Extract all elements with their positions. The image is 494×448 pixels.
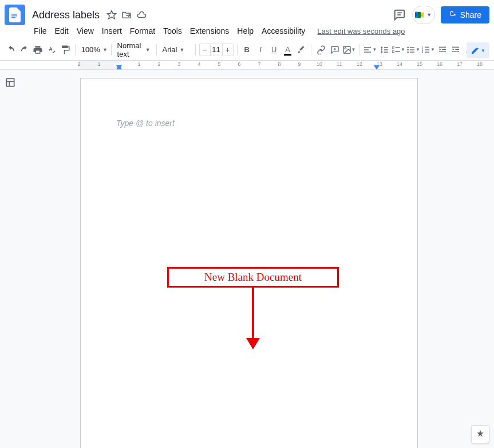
font-size-input[interactable]: 11 [210,44,223,56]
decrease-font-icon[interactable]: − [200,44,210,56]
annotation-arrow-head-icon [246,338,260,349]
meet-button[interactable]: ▼ [412,6,435,24]
editing-mode-button[interactable]: ▼ [467,42,489,58]
zoom-select[interactable]: 100%▼ [79,43,108,57]
undo-icon[interactable] [5,43,17,57]
annotation-label: New Blank Document [204,271,302,284]
checklist-icon[interactable]: ▼ [392,43,405,57]
menu-insert[interactable]: Insert [98,25,126,37]
svg-rect-32 [442,49,446,49]
annotation-callout: New Blank Document [167,267,339,288]
svg-rect-22 [410,49,414,50]
svg-rect-12 [364,47,371,48]
redo-icon[interactable] [18,43,31,57]
bulleted-list-icon[interactable]: ▼ [406,43,420,57]
paragraph-style-select[interactable]: Normal text▼ [115,43,153,57]
svg-rect-30 [425,52,429,52]
increase-indent-icon[interactable] [450,43,463,57]
svg-point-19 [407,46,409,48]
menu-tools[interactable]: Tools [159,25,186,37]
menu-extensions[interactable]: Extensions [186,25,233,37]
paint-format-icon[interactable] [59,43,72,57]
svg-rect-31 [439,46,446,47]
spellcheck-icon[interactable] [45,43,58,57]
menu-accessibility[interactable]: Accessibility [258,25,309,37]
svg-marker-3 [108,11,116,19]
menu-file[interactable]: File [30,25,51,37]
font-select[interactable]: Arial▼ [160,43,191,57]
svg-point-23 [407,51,409,53]
svg-rect-35 [456,49,460,49]
comment-history-icon[interactable] [393,8,406,22]
decrease-indent-icon[interactable] [436,43,449,57]
print-icon[interactable] [32,43,45,57]
svg-text:3: 3 [422,50,424,53]
image-icon[interactable]: ▼ [342,43,356,57]
star-icon[interactable] [106,10,117,20]
bold-icon[interactable]: B [240,43,253,57]
outline-sidebar [0,70,23,448]
italic-icon[interactable]: I [254,43,267,57]
svg-rect-2 [11,17,15,18]
svg-rect-16 [396,47,400,48]
svg-rect-18 [396,51,400,52]
share-label: Share [460,10,481,19]
svg-rect-37 [6,78,14,86]
svg-rect-17 [392,50,394,52]
docs-logo-icon[interactable] [5,5,25,25]
document-title[interactable]: Address labels [30,8,102,22]
svg-rect-33 [439,51,446,52]
menu-bar: File Edit View Insert Format Tools Exten… [0,25,494,39]
last-edit-link[interactable]: Last edit was seconds ago [317,27,405,36]
align-icon[interactable]: ▼ [363,43,377,57]
document-area: Type @ to insert [23,70,494,448]
menu-view[interactable]: View [73,25,98,37]
font-size-control: − 11 + [199,44,234,56]
svg-point-11 [345,48,346,49]
title-bar: Address labels ▼ Share [0,0,494,25]
insert-placeholder: Type @ to insert [116,119,175,128]
menu-edit[interactable]: Edit [51,25,73,37]
highlight-icon[interactable] [295,43,307,57]
workspace: Type @ to insert New Blank Document [0,70,494,448]
svg-rect-0 [11,14,17,15]
menu-format[interactable]: Format [126,25,159,37]
svg-rect-28 [425,49,429,50]
cloud-status-icon[interactable] [136,10,147,20]
svg-rect-1 [11,15,17,17]
underline-icon[interactable]: U [268,43,280,57]
toolbar: 100%▼ Normal text▼ Arial▼ − 11 + B I U A… [0,39,494,61]
svg-rect-20 [410,47,414,48]
share-button[interactable]: Share [441,6,489,23]
comment-icon[interactable] [329,43,341,57]
annotation-arrow-line [252,288,254,340]
svg-rect-13 [364,49,369,50]
outline-toggle-icon[interactable] [5,77,18,91]
svg-rect-34 [452,46,459,47]
move-icon[interactable] [121,10,132,20]
svg-rect-14 [364,52,371,52]
link-icon[interactable] [315,43,327,57]
text-color-icon[interactable]: A [282,43,294,57]
increase-font-icon[interactable]: + [223,44,233,56]
svg-rect-36 [452,51,459,52]
explore-button[interactable] [471,425,489,443]
svg-rect-24 [410,52,414,52]
document-page[interactable]: Type @ to insert [80,78,418,448]
svg-rect-26 [425,46,429,47]
horizontal-ruler[interactable]: 21123456789101112131415161718 [0,61,494,70]
line-spacing-icon[interactable] [378,43,390,57]
menu-help[interactable]: Help [233,25,258,37]
svg-point-21 [407,49,409,50]
numbered-list-icon[interactable]: 123▼ [421,43,435,57]
